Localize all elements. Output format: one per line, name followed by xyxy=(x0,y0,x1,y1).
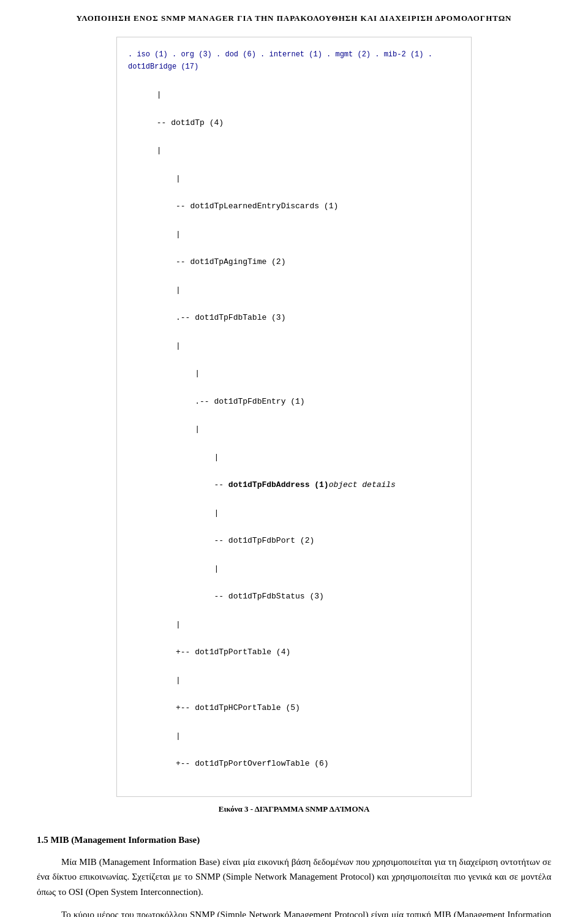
mib-diagram: . iso (1) . org (3) . dod (6) . internet… xyxy=(116,37,472,797)
v-bar-indent: | xyxy=(157,731,181,741)
node-dot1dTpPortOverflowTable: +-- dot1dTpPortOverflowTable (6) xyxy=(157,759,329,768)
node-dot1dTp: -- dot1dTp (4) xyxy=(157,118,224,127)
v-bar: | xyxy=(157,146,162,155)
paragraph-1: Μία MIB (Management Information Base) εί… xyxy=(37,855,551,900)
v-bar-indent: | xyxy=(157,620,181,629)
node-dot1dTpFdbEntry: .-- dot1dTpFdbEntry (1) xyxy=(157,397,305,406)
v-bar-indent3: | xyxy=(157,564,219,573)
section-title: 1.5 MIB (Management Information Base) xyxy=(37,833,551,847)
paragraph-2: Το κύριο μέρος του πρωτοκόλλου SNMP (Sim… xyxy=(37,907,551,917)
v-bar-indent: | xyxy=(157,676,181,685)
node-dot1dTpLearnedEntryDiscards: -- dot1dTpLearnedEntryDiscards (1) xyxy=(157,202,338,211)
diagram-caption: Εικόνα 3 - ΔΙΆΓΡΑΜΜΑ SNMP ΔΑΊΜΟΝΑ xyxy=(37,803,551,815)
tree-structure: | -- dot1dTp (4) | | -- dot1dTpLearnedEn… xyxy=(128,74,460,785)
node-dot1dTpHCPortTable: +-- dot1dTpHCPortTable (5) xyxy=(157,703,300,712)
node-dot1dTpPortTable: +-- dot1dTpPortTable (4) xyxy=(157,647,290,657)
v-bar-indent: | xyxy=(157,174,181,183)
v-bar-indent2: | xyxy=(157,369,200,378)
v-bar-indent: | xyxy=(157,285,181,295)
v-bar: | xyxy=(157,90,162,99)
v-bar-indent3: | xyxy=(157,508,219,518)
section-body: Μία MIB (Management Information Base) εί… xyxy=(37,855,551,917)
node-dot1dTpFdbAddress: -- dot1dTpFdbAddress (1)object details xyxy=(157,480,396,489)
node-dot1dTpFdbTable: .-- dot1dTpFdbTable (3) xyxy=(157,313,286,322)
node-dot1dTpFdbPort: -- dot1dTpFdbPort (2) xyxy=(157,536,314,545)
v-bar-indent: | xyxy=(157,230,181,239)
page-header: ΥΛΟΠΟΙΗΣΗ ΕΝΟΣ SNMP MANAGER ΓΙΑ ΤΗΝ ΠΑΡΑ… xyxy=(37,12,551,25)
v-bar-indent: | xyxy=(157,341,181,350)
v-bar-indent3: | xyxy=(157,453,219,462)
tree-root: . iso (1) . org (3) . dod (6) . internet… xyxy=(128,48,460,74)
node-dot1dTpAgingTime: -- dot1dTpAgingTime (2) xyxy=(157,257,286,266)
v-bar-indent2: | xyxy=(157,425,200,434)
node-dot1dTpFdbStatus: -- dot1dTpFdbStatus (3) xyxy=(157,592,324,601)
